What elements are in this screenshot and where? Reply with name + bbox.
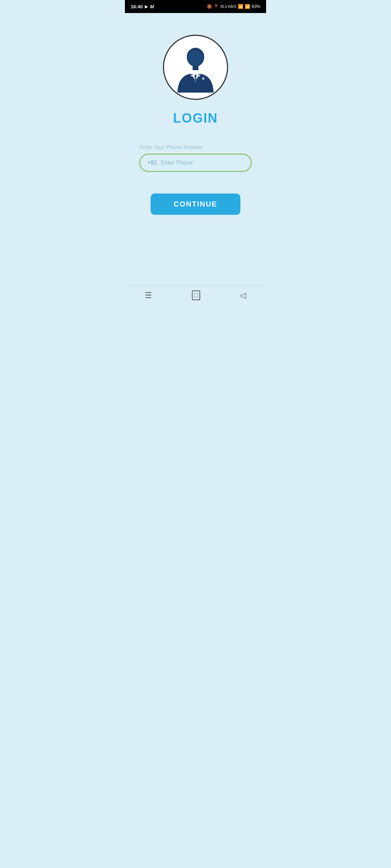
location-icon: 📍 bbox=[214, 4, 219, 9]
user-avatar bbox=[163, 35, 228, 100]
login-title: LOGIN bbox=[173, 111, 218, 126]
avatar-svg bbox=[170, 42, 221, 93]
phone-prefix: +91 bbox=[147, 159, 157, 166]
phone-label: Enter Your Phone Number bbox=[139, 144, 203, 150]
signal-icon: 📶 bbox=[245, 4, 250, 9]
svg-rect-1 bbox=[193, 65, 198, 70]
menu-nav-icon[interactable]: ☰ bbox=[145, 291, 152, 300]
status-time: 16:40 bbox=[131, 4, 143, 9]
continue-button[interactable]: CONTINUE bbox=[151, 193, 240, 215]
main-content: LOGIN Enter Your Phone Number +91 CONTIN… bbox=[125, 13, 266, 285]
gmail-icon: M bbox=[150, 4, 154, 9]
bottom-nav: ☰ □ ◁ bbox=[125, 285, 266, 305]
phone-input-container[interactable]: +91 bbox=[139, 154, 252, 172]
svg-point-5 bbox=[188, 50, 203, 66]
status-bar-left: 16:40 ▶ M bbox=[131, 4, 154, 9]
mute-icon: 🔕 bbox=[207, 4, 212, 9]
speed-indicator: 35.0 KB/S bbox=[220, 5, 236, 9]
back-nav-icon[interactable]: ◁ bbox=[240, 291, 246, 300]
home-nav-icon[interactable]: □ bbox=[192, 290, 200, 300]
phone-input[interactable] bbox=[161, 159, 244, 166]
youtube-icon: ▶ bbox=[145, 4, 148, 9]
wifi-icon: 📶 bbox=[238, 4, 243, 9]
status-bar-right: 🔕 📍 35.0 KB/S 📶 📶 83% bbox=[207, 4, 260, 9]
battery-indicator: 83% bbox=[252, 4, 260, 9]
status-bar: 16:40 ▶ M 🔕 📍 35.0 KB/S 📶 📶 83% bbox=[125, 0, 266, 13]
